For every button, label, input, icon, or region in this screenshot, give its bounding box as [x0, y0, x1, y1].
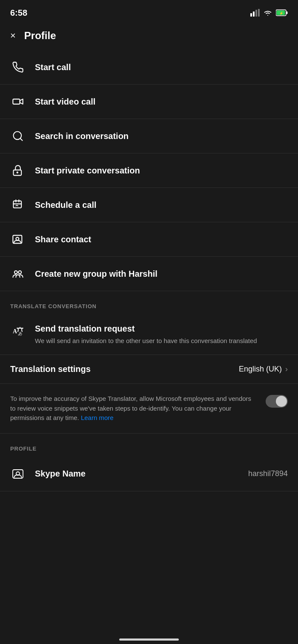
menu-list: Start call Start video call Search in co…	[0, 50, 298, 291]
svg-rect-0	[250, 13, 252, 17]
svg-point-19	[16, 237, 19, 240]
menu-item-schedule-call[interactable]: Schedule a call	[0, 188, 298, 222]
page-title: Profile	[24, 30, 56, 42]
wifi-icon	[263, 9, 272, 17]
home-indicator	[119, 638, 179, 641]
svg-point-21	[18, 271, 21, 274]
video-call-label: Start video call	[35, 97, 95, 107]
translate-icon: A あ	[10, 324, 26, 339]
translation-settings-row[interactable]: Translation settings English (UK) ›	[0, 355, 298, 384]
svg-rect-5	[287, 11, 288, 14]
battery-icon: ⚡	[276, 9, 288, 16]
video-icon	[10, 94, 26, 109]
privacy-toggle[interactable]	[266, 395, 288, 408]
send-translation-content: Send translation request We will send an…	[35, 324, 257, 345]
menu-item-search[interactable]: Search in conversation	[0, 119, 298, 153]
lock-chat-icon	[10, 163, 26, 178]
skype-name-label: Skype Name	[35, 469, 86, 479]
status-bar: 6:58 ⚡	[0, 0, 298, 23]
privacy-text: To improve the accuracy of Skype Transla…	[10, 394, 257, 423]
svg-line-11	[20, 138, 22, 140]
send-translation-item[interactable]: A あ Send translation request We will sen…	[0, 315, 298, 355]
svg-point-20	[14, 271, 17, 274]
translation-settings-value: English (UK) ›	[239, 365, 288, 374]
menu-item-video-call[interactable]: Start video call	[0, 85, 298, 119]
skype-name-value: harshil7894	[248, 469, 288, 478]
share-contact-label: Share contact	[35, 235, 91, 244]
send-translation-desc: We will send an invitation to the other …	[35, 336, 257, 345]
calendar-phone-icon	[10, 197, 26, 213]
send-translation-title: Send translation request	[35, 324, 257, 334]
signal-icon	[250, 9, 260, 17]
svg-rect-2	[255, 10, 257, 17]
svg-rect-3	[258, 9, 260, 17]
menu-item-share-contact[interactable]: Share contact	[0, 222, 298, 257]
translation-language: English (UK)	[239, 365, 282, 374]
chevron-right-icon: ›	[285, 365, 288, 374]
status-icons: ⚡	[250, 9, 288, 17]
svg-text:A: A	[13, 328, 17, 335]
translation-settings-label: Translation settings	[10, 364, 91, 374]
schedule-call-label: Schedule a call	[35, 200, 97, 210]
skype-name-row: Skype Name harshil7894	[0, 457, 298, 491]
svg-rect-1	[253, 11, 255, 17]
svg-point-13	[17, 172, 18, 173]
menu-item-private-conversation[interactable]: Start private conversation	[0, 153, 298, 188]
status-time: 6:58	[10, 8, 27, 18]
privacy-row: To improve the accuracy of Skype Transla…	[0, 384, 298, 434]
group-icon	[10, 266, 26, 281]
svg-rect-8	[13, 99, 20, 104]
svg-text:あ: あ	[18, 331, 22, 336]
start-call-label: Start call	[35, 62, 71, 72]
create-group-label: Create new group with Harshil	[35, 269, 158, 279]
share-contact-icon	[10, 232, 26, 247]
menu-item-create-group[interactable]: Create new group with Harshil	[0, 257, 298, 291]
learn-more-link[interactable]: Learn more	[81, 414, 114, 421]
translate-section-header: TRANSLATE CONVERSATION	[0, 291, 298, 315]
menu-item-start-call[interactable]: Start call	[0, 50, 298, 85]
svg-rect-14	[14, 201, 22, 208]
private-convo-label: Start private conversation	[35, 166, 140, 176]
svg-text:⚡: ⚡	[279, 11, 284, 15]
profile-section-header: PROFILE	[0, 434, 298, 457]
page-header: × Profile	[0, 23, 298, 50]
search-label: Search in conversation	[35, 131, 129, 141]
skype-name-icon	[10, 466, 26, 482]
toggle-knob	[276, 396, 287, 407]
phone-icon	[10, 60, 26, 75]
search-icon	[10, 128, 26, 144]
skype-name-left: Skype Name	[10, 466, 86, 482]
svg-marker-9	[20, 99, 23, 104]
close-button[interactable]: ×	[10, 31, 16, 40]
